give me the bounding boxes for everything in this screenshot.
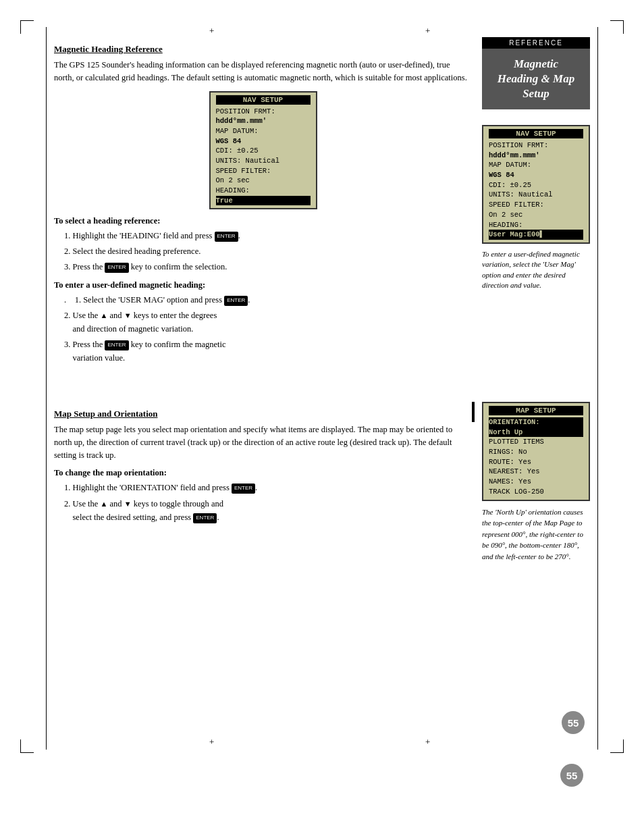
- vline-left: [46, 27, 47, 750]
- gps-screen-3: MAP SETUP ORIENTATION: North Up PLOTTED …: [482, 402, 590, 501]
- s3r6: NEAREST: Yes: [489, 467, 583, 477]
- screen1-container: NAV SETUP POSITION FRMT: hddd°mm.mmm' MA…: [54, 91, 472, 210]
- s3r7: NAMES: Yes: [489, 477, 583, 487]
- change-orientation-list: 1. Highlight the 'ORIENTATION' field and…: [64, 481, 465, 524]
- s3r2: North Up: [489, 427, 583, 438]
- s2r2: hddd°mm.mmm': [489, 151, 583, 161]
- section1-heading: Magnetic Heading Reference: [54, 44, 472, 55]
- user-mag-title: To enter a user-defined magnetic heading…: [54, 280, 472, 290]
- s2r10: User Mag:E00▌: [489, 230, 583, 240]
- reference-title-line1: Magnetic: [514, 57, 558, 70]
- section1-body: The GPS 125 Sounder's heading informatio…: [54, 59, 472, 84]
- enter-btn-4: ENTER: [105, 340, 128, 350]
- section2-body: The map setup page lets you select map o…: [54, 423, 465, 461]
- section2-heading: Map Setup and Orientation: [54, 409, 465, 419]
- select-heading-title: To select a heading reference:: [54, 216, 472, 226]
- s2r1: POSITION FRMT:: [489, 140, 583, 151]
- enter-btn-1: ENTER: [215, 232, 238, 242]
- enter-btn-6: ENTER: [193, 513, 217, 523]
- page-number-text: 55: [568, 717, 579, 729]
- page-number-circle: 55: [562, 711, 585, 734]
- page-number: 55: [560, 764, 583, 787]
- s1r8: On 2 sec: [216, 176, 311, 186]
- s1r9: HEADING:: [216, 186, 311, 196]
- screen3-title: MAP SETUP: [489, 406, 583, 415]
- s1r4: WGS 84: [216, 136, 311, 147]
- reference-title-box: Magnetic Heading & Map Setup: [482, 49, 590, 109]
- screen2-caption: To enter a user-defined magnetic variati…: [482, 249, 590, 291]
- s2r3: MAP DATUM:: [489, 160, 583, 170]
- s1r3: MAP DATUM:: [216, 126, 311, 136]
- cross-top-right: +: [425, 26, 430, 36]
- map-right: MAP SETUP ORIENTATION: North Up PLOTTED …: [482, 402, 590, 562]
- gps-screen-2: NAV SETUP POSITION FRMT: hddd°mm.mmm' MA…: [482, 125, 590, 244]
- black-bar: [472, 402, 475, 422]
- gps-screen-1: NAV SETUP POSITION FRMT: hddd°mm.mmm' MA…: [209, 91, 317, 210]
- s2r4: WGS 84: [489, 170, 583, 180]
- corner-mark-br: [610, 739, 624, 753]
- s1r7: SPEED FILTER:: [216, 166, 311, 176]
- cross-top-left: +: [209, 26, 214, 36]
- vline-right: [597, 27, 598, 750]
- select-step-3: 3. Press the ENTER key to confirm the se…: [64, 260, 472, 273]
- change-orientation-title: To change the map orientation:: [54, 468, 465, 478]
- reference-title-line2: Heading & Map: [498, 72, 574, 85]
- screen2-title: NAV SETUP: [489, 129, 583, 138]
- reference-label: REFERENCE: [482, 37, 590, 49]
- map-screen-wrapper: MAP SETUP ORIENTATION: North Up PLOTTED …: [482, 402, 590, 501]
- reference-title-line3: Setup: [522, 87, 549, 100]
- page: REFERENCE Magnetic Heading & Map Setup M…: [54, 37, 590, 746]
- map-section: Map Setup and Orientation The map setup …: [54, 402, 590, 562]
- enter-btn-5: ENTER: [232, 484, 255, 494]
- s1r6: UNITS: Nautical: [216, 156, 311, 166]
- s2r8: On 2 sec: [489, 210, 583, 220]
- user-mag-step-1: . 1. Select the 'USER MAG' option and pr…: [64, 293, 472, 307]
- corner-mark-tr: [610, 20, 624, 34]
- orient-step-1: 1. Highlight the 'ORIENTATION' field and…: [64, 481, 465, 494]
- s1r1: POSITION FRMT:: [216, 107, 311, 117]
- s3r3: PLOTTED ITEMS: [489, 437, 583, 447]
- select-step-2: 2. Select the desired heading preference…: [64, 244, 472, 258]
- select-heading-list: 1. Highlight the 'HEADING' field and pre…: [64, 229, 472, 273]
- map-left: Map Setup and Orientation The map setup …: [54, 402, 472, 526]
- s2r9: HEADING:: [489, 220, 583, 230]
- s3r1: ORIENTATION:: [489, 417, 583, 427]
- s3r5: ROUTE: Yes: [489, 457, 583, 467]
- screen3-caption: The 'North Up' orientation causes the to…: [482, 506, 590, 563]
- reference-banner: REFERENCE Magnetic Heading & Map Setup: [482, 37, 590, 109]
- s2r5: CDI: ±0.25: [489, 180, 583, 190]
- user-mag-list: . 1. Select the 'USER MAG' option and pr…: [64, 293, 472, 365]
- user-mag-step-2: 2. Use the ▲ and ▼ keys to enter the deg…: [64, 309, 472, 336]
- corner-mark-bl: [20, 739, 34, 753]
- corner-mark-tl: [20, 20, 34, 34]
- screen1-title: NAV SETUP: [216, 95, 311, 105]
- s3r8: TRACK LOG-250: [489, 487, 583, 497]
- enter-btn-2: ENTER: [105, 263, 128, 273]
- select-step-1: 1. Highlight the 'HEADING' field and pre…: [64, 229, 472, 242]
- s3r4: RINGS: No: [489, 447, 583, 457]
- s1r5: CDI: ±0.25: [216, 146, 311, 156]
- orient-step-2: 2. Use the ▲ and ▼ keys to toggle throug…: [64, 497, 465, 524]
- enter-btn-3: ENTER: [224, 296, 248, 306]
- s1r2: hddd°mm.mmm': [216, 116, 311, 126]
- s1r10: True: [216, 196, 311, 206]
- left-content: Magnetic Heading Reference The GPS 125 S…: [54, 37, 472, 367]
- right-content: NAV SETUP POSITION FRMT: hddd°mm.mmm' MA…: [482, 125, 590, 290]
- s2r7: SPEED FILTER:: [489, 200, 583, 210]
- s2r6: UNITS: Nautical: [489, 190, 583, 200]
- user-mag-step-3: 3. Press the ENTER key to confirm the ma…: [64, 338, 472, 365]
